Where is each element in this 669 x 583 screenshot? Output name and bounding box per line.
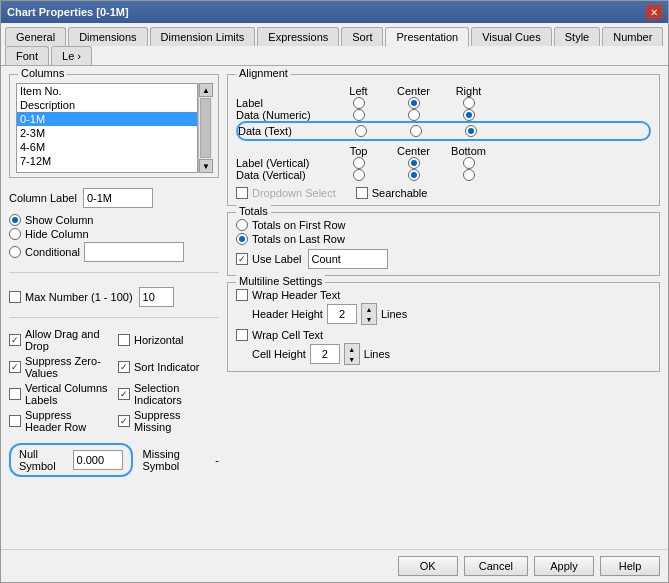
align-label-text: Label [236,97,331,109]
header-height-label: Header Height [252,308,323,320]
conditional-radio[interactable]: Conditional [9,246,80,258]
tab-more[interactable]: Le › [51,46,92,65]
totals-group: Totals Totals on First Row Totals on Las… [227,212,660,276]
tab-general[interactable]: General [5,27,66,46]
label-center-radio[interactable] [408,97,420,109]
data-txt-right-radio[interactable] [465,125,477,137]
label-left-radio[interactable] [353,97,365,109]
tab-style[interactable]: Style [554,27,600,46]
tab-sort[interactable]: Sort [341,27,383,46]
data-vert-center-radio[interactable] [408,169,420,181]
multiline-group: Multiline Settings Wrap Header Text Head… [227,282,660,372]
tab-number[interactable]: Number [602,27,663,46]
null-symbol-input[interactable] [73,450,123,470]
max-number-checkbox[interactable]: Max Number (1 - 100) [9,291,133,303]
cell-height-up-btn[interactable]: ▲ [345,344,359,354]
header-height-down-btn[interactable]: ▼ [362,314,376,324]
suppress-header-checkbox[interactable]: Suppress Header Row [9,409,110,433]
wrap-header-checkbox[interactable]: Wrap Header Text [236,289,651,301]
help-button[interactable]: Help [600,556,660,576]
totals-last-row-radio[interactable]: Totals on Last Row [236,233,651,245]
header-height-up-btn[interactable]: ▲ [362,304,376,314]
dropdown-select-checkbox[interactable]: Dropdown Select [236,187,336,199]
tabs-row: General Dimensions Dimension Limits Expr… [1,23,668,66]
data-num-right-radio[interactable] [463,109,475,121]
tab-dimension-limits[interactable]: Dimension Limits [150,27,256,46]
header-height-spinner: ▲ ▼ [361,303,377,325]
column-label-input[interactable] [83,188,153,208]
allow-drag-drop-checkbox[interactable]: Allow Drag and Drop [9,328,110,352]
searchable-checkbox[interactable]: Searchable [356,187,428,199]
allow-drag-drop-box [9,334,21,346]
tab-dimensions[interactable]: Dimensions [68,27,147,46]
data-num-left-radio[interactable] [353,109,365,121]
tab-font[interactable]: Font [5,46,49,65]
apply-button[interactable]: Apply [534,556,594,576]
bottom-bar: OK Cancel Apply Help [1,549,668,582]
vertical-columns-checkbox[interactable]: Vertical Columns Labels [9,382,110,406]
cancel-button[interactable]: Cancel [464,556,528,576]
cell-height-input[interactable] [310,344,340,364]
totals-last-label: Totals on Last Row [252,233,345,245]
totals-first-row-radio[interactable]: Totals on First Row [236,219,651,231]
align-data-vert-text: Data (Vertical) [236,169,331,181]
list-item-description[interactable]: Description [17,98,197,112]
close-button[interactable]: ✕ [646,5,662,19]
listbox-scrollbar[interactable]: ▲ ▼ [198,83,212,173]
scroll-thumb[interactable] [200,98,211,158]
list-item-46m[interactable]: 4-6M [17,140,197,154]
selection-indicators-checkbox[interactable]: Selection Indicators [118,382,219,406]
tab-expressions[interactable]: Expressions [257,27,339,46]
column-label-text: Column Label [9,192,77,204]
list-item-712m[interactable]: 7-12M [17,154,197,168]
conditional-label: Conditional [25,246,80,258]
cell-height-down-btn[interactable]: ▼ [345,354,359,364]
align-bottom-header: Bottom [441,145,496,157]
sort-indicator-box [118,361,130,373]
use-label-box [236,253,248,265]
alignment-group: Alignment Left Center Right Label [227,74,660,206]
align-label-vert-text: Label (Vertical) [236,157,331,169]
data-num-center-radio[interactable] [408,109,420,121]
label-vert-bottom-radio[interactable] [463,157,475,169]
alignment-label: Alignment [236,67,291,79]
ok-button[interactable]: OK [398,556,458,576]
scroll-down-btn[interactable]: ▼ [199,159,213,173]
totals-label: Totals [236,205,271,217]
data-vert-bottom-radio[interactable] [463,169,475,181]
cell-height-row: Cell Height ▲ ▼ Lines [252,343,651,365]
tab-visual-cues[interactable]: Visual Cues [471,27,552,46]
columns-group: Columns Item No. Description 0-1M 2-3M 4… [9,74,219,178]
use-label-checkbox[interactable]: Use Label [236,253,302,265]
header-height-input[interactable] [327,304,357,324]
hide-column-radio[interactable]: Hide Column [9,228,219,240]
header-height-row: Header Height ▲ ▼ Lines [252,303,651,325]
list-item-itemno[interactable]: Item No. [17,84,197,98]
data-txt-center-radio[interactable] [410,125,422,137]
wrap-cell-checkbox[interactable]: Wrap Cell Text [236,329,651,341]
suppress-header-label: Suppress Header Row [25,409,110,433]
sort-indicator-checkbox[interactable]: Sort Indicator [118,355,219,379]
show-column-radio[interactable]: Show Column [9,214,219,226]
label-vert-top-radio[interactable] [353,157,365,169]
suppress-zero-checkbox[interactable]: Suppress Zero-Values [9,355,110,379]
data-txt-left-radio[interactable] [355,125,367,137]
list-item-01m[interactable]: 0-1M [17,112,197,126]
label-vert-center-radio[interactable] [408,157,420,169]
column-visibility-group: Show Column Hide Column Conditional [9,214,219,262]
max-number-input[interactable] [139,287,174,307]
label-right-radio[interactable] [463,97,475,109]
tab-presentation[interactable]: Presentation [385,27,469,47]
wrap-header-box [236,289,248,301]
cell-height-label: Cell Height [252,348,306,360]
scroll-up-btn[interactable]: ▲ [199,83,213,97]
horizontal-checkbox[interactable]: Horizontal [118,328,219,352]
data-vert-top-radio[interactable] [353,169,365,181]
max-number-label: Max Number (1 - 100) [25,291,133,303]
suppress-missing-checkbox[interactable]: Suppress Missing [118,409,219,433]
conditional-input[interactable] [84,242,184,262]
listbox-container: Item No. Description 0-1M 2-3M 4-6M 7-12… [16,83,212,173]
use-label-input[interactable] [308,249,388,269]
list-item-23m[interactable]: 2-3M [17,126,197,140]
wrap-cell-box [236,329,248,341]
